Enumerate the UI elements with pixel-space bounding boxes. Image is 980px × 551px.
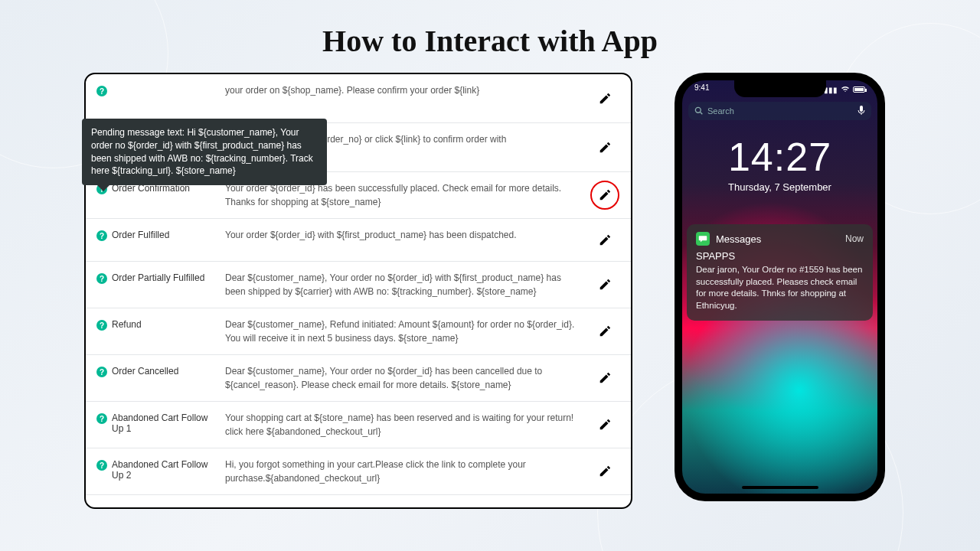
- template-name: Order Fulfilled: [112, 230, 169, 240]
- template-row: ?Abandoned Cart Follow Up 1Your shopping…: [86, 402, 631, 448]
- template-message: Hi, you forgot something in your cart.Pl…: [225, 458, 590, 485]
- edit-icon[interactable]: [598, 92, 612, 106]
- edit-icon[interactable]: [598, 418, 612, 432]
- phone-search[interactable]: Search: [688, 102, 871, 120]
- edit-icon[interactable]: [598, 371, 612, 385]
- template-name: Order Cancelled: [112, 366, 178, 377]
- phone-mockup: 9:41 ▮▮▮ Search 14:27 Thursday, 7 Septem…: [675, 73, 885, 501]
- signal-icon: ▮▮▮: [824, 86, 838, 94]
- help-icon[interactable]: ?: [96, 460, 107, 471]
- help-icon[interactable]: ?: [96, 367, 107, 377]
- template-message: Dear ${customer_name}, Your order no ${o…: [225, 364, 590, 392]
- edit-icon[interactable]: [598, 324, 612, 338]
- template-name: Order Partially Fulfilled: [112, 272, 204, 283]
- notification-body: Dear jaron, Your Order no #1559 has been…: [696, 264, 864, 311]
- notification-app-name: Messages: [716, 233, 761, 245]
- svg-line-1: [701, 112, 703, 114]
- template-message: Dear ${customer_name}, Your order no ${o…: [225, 271, 590, 298]
- template-name: Abandoned Cart Follow Up 1: [112, 412, 219, 434]
- notification-time: Now: [845, 233, 864, 244]
- template-message: Your order ${order_id} with ${first_prod…: [225, 228, 590, 252]
- edit-icon[interactable]: [598, 465, 612, 478]
- tooltip-pending-message: Pending message text: Hi ${customer_name…: [82, 119, 327, 185]
- status-time: 9:41: [694, 83, 709, 96]
- template-message: Your shopping cart at ${store_name} has …: [225, 411, 590, 439]
- home-indicator[interactable]: [742, 486, 818, 489]
- help-icon[interactable]: ?: [96, 320, 107, 331]
- battery-icon: [853, 86, 865, 93]
- edit-icon[interactable]: [598, 278, 612, 292]
- wifi-icon: [841, 86, 850, 94]
- search-icon: [694, 106, 703, 116]
- notification-card[interactable]: Messages Now SPAPPS Dear jaron, Your Ord…: [687, 224, 873, 321]
- template-name: Abandoned Cart Follow Up 2: [112, 459, 219, 481]
- template-row: ?Abandoned Cart Follow Up 2Hi, you forgo…: [86, 448, 631, 495]
- edit-icon[interactable]: [598, 188, 612, 202]
- svg-rect-2: [860, 106, 863, 112]
- edit-icon[interactable]: [598, 141, 612, 155]
- template-message: Dear ${customer_name}, Refund initiated:…: [225, 318, 590, 345]
- svg-point-0: [695, 107, 701, 112]
- help-icon[interactable]: ?: [96, 273, 107, 284]
- help-icon[interactable]: ?: [96, 230, 107, 241]
- template-row: ?Order CancelledDear ${customer_name}, Y…: [86, 355, 631, 402]
- template-row: ?your order on ${shop_name}. Please conf…: [86, 74, 631, 123]
- tooltip-text: Pending message text: Hi ${customer_name…: [91, 127, 313, 176]
- lockscreen-clock: 14:27 Thursday, 7 September: [682, 134, 877, 193]
- template-row: ?RefundDear ${customer_name}, Refund ini…: [86, 308, 631, 355]
- clock-time: 14:27: [682, 134, 877, 180]
- template-message: your order on ${shop_name}. Please confi…: [225, 83, 590, 113]
- notification-sender: SPAPPS: [696, 250, 864, 262]
- edit-icon[interactable]: [598, 233, 612, 247]
- help-icon[interactable]: ?: [96, 86, 107, 96]
- phone-notch: [734, 80, 826, 97]
- template-row: ?Order FulfilledYour order ${order_id} w…: [86, 219, 631, 262]
- template-message: Your order ${order_id} has been successf…: [225, 181, 590, 209]
- template-row: ?Order Partially FulfilledDear ${custome…: [86, 262, 631, 308]
- messages-app-icon: [696, 232, 710, 246]
- template-name: Refund: [112, 319, 142, 330]
- mic-icon[interactable]: [858, 105, 865, 117]
- search-placeholder: Search: [707, 106, 734, 116]
- help-icon[interactable]: ?: [96, 413, 107, 424]
- clock-date: Thursday, 7 September: [682, 181, 877, 193]
